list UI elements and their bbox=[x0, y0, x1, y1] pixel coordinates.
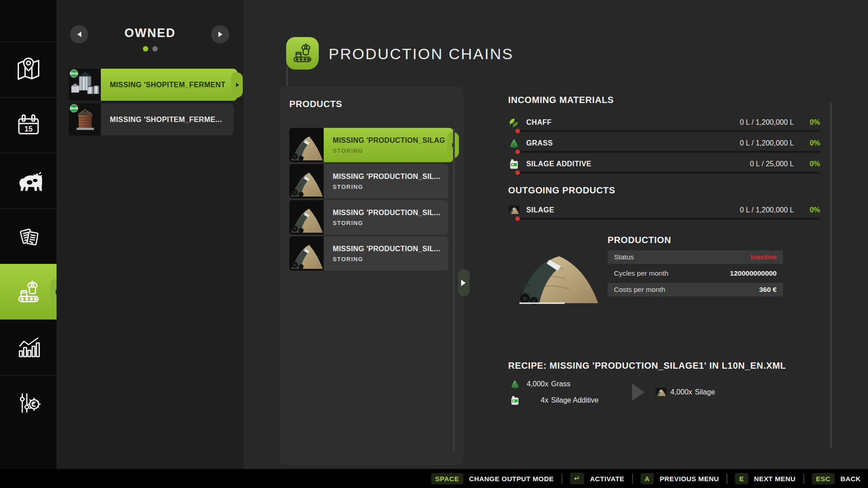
product-item-silage-2[interactable]: MISSING 'PRODUCTION_SIL... STORING bbox=[289, 164, 439, 198]
divider bbox=[726, 474, 727, 483]
grass-icon bbox=[509, 379, 520, 389]
silage-additive-icon bbox=[508, 158, 520, 170]
owned-panel-title: OWNED bbox=[57, 26, 244, 40]
detail-scrollbar[interactable] bbox=[830, 103, 832, 449]
production-chains-icon-badge bbox=[286, 37, 319, 70]
recipe-ingredient-name: Grass bbox=[551, 380, 571, 388]
sidebar-item-contracts[interactable] bbox=[0, 208, 57, 264]
product-item-silage-3[interactable]: MISSING 'PRODUCTION_SIL... STORING bbox=[289, 200, 439, 235]
page-dot-active[interactable] bbox=[143, 46, 148, 52]
hotkey-label: CHANGE OUTPUT MODE bbox=[469, 475, 554, 483]
material-row-silage-additive: SILAGE ADDITIVE 0 L / 25,000 L 0% bbox=[508, 157, 820, 171]
material-percent: 0% bbox=[794, 160, 820, 168]
hotkey-label: NEXT MENU bbox=[754, 475, 796, 483]
material-fill-bar bbox=[515, 172, 820, 174]
silage-icon bbox=[655, 386, 667, 398]
material-name: SILAGE ADDITIVE bbox=[526, 160, 591, 168]
material-name: GRASS bbox=[526, 139, 553, 147]
hotkey-activate[interactable]: ↵ ACTIVATE bbox=[570, 473, 624, 484]
recipe-ingredient-name: Silage bbox=[695, 388, 715, 396]
cycles-value: 120000000000 bbox=[730, 269, 777, 277]
product-item-label: MISSING 'PRODUCTION_SILAG STORING bbox=[324, 128, 453, 162]
products-scrollbar[interactable] bbox=[453, 128, 455, 451]
product-item-title: MISSING 'PRODUCTION_SIL... bbox=[333, 173, 440, 181]
page-indicator bbox=[57, 46, 244, 52]
item-arrow-icon bbox=[236, 83, 239, 87]
sidebar-item-finances[interactable] bbox=[0, 375, 57, 431]
production-section-title: PRODUCTION bbox=[608, 235, 671, 245]
product-item-title: MISSING 'PRODUCTION_SIL... bbox=[333, 209, 440, 217]
production-row-label: Cycles per month bbox=[614, 269, 669, 277]
production-row-status: Status Inactive bbox=[608, 250, 783, 264]
production-row-label: Status bbox=[614, 253, 634, 261]
product-thumbnail bbox=[289, 128, 324, 162]
silage-icon bbox=[508, 204, 520, 216]
sidebar-item-map[interactable] bbox=[0, 42, 57, 97]
sidebar-item-animals[interactable] bbox=[0, 153, 57, 208]
detail-panel-expand-tab[interactable] bbox=[458, 269, 470, 296]
product-item-label: MISSING 'PRODUCTION_SIL... STORING bbox=[324, 200, 448, 235]
material-row-silage: SILAGE 0 L / 1,200,000 L 0% bbox=[508, 203, 820, 217]
production-icon bbox=[291, 42, 314, 65]
hotkey-label: BACK bbox=[840, 475, 861, 483]
divider bbox=[632, 474, 633, 483]
owned-item-fermenting-silo[interactable]: Mods MISSING 'SHOPITEM_FERME... bbox=[69, 103, 219, 136]
material-fill-bar bbox=[515, 151, 820, 153]
owned-panel: OWNED Mo bbox=[57, 0, 244, 470]
sidebar-item-production[interactable] bbox=[0, 264, 57, 319]
costs-value: 360 € bbox=[759, 286, 777, 294]
outgoing-products-title: OUTGOING PRODUCTS bbox=[508, 185, 615, 196]
recipe-title: RECIPE: MISSING 'PRODUCTION_SILAGE1' IN … bbox=[508, 361, 786, 371]
hotkey-change-output-mode[interactable]: SPACE CHANGE OUTPUT MODE bbox=[431, 473, 554, 484]
status-value: Inactive bbox=[750, 253, 777, 261]
page-title: PRODUCTION CHAINS bbox=[329, 45, 514, 63]
product-item-status: STORING bbox=[333, 183, 440, 190]
silage-additive-icon bbox=[509, 395, 520, 406]
production-row-costs: Costs per month 360 € bbox=[608, 283, 783, 296]
products-panel-title: PRODUCTS bbox=[289, 99, 342, 109]
hotkey-back[interactable]: ESC BACK bbox=[812, 473, 861, 484]
material-percent: 0% bbox=[794, 206, 820, 214]
recipe-ingredient-name: Silage Additive bbox=[551, 396, 599, 404]
material-name: SILAGE bbox=[526, 206, 554, 214]
hotkey-next-menu[interactable]: E NEXT MENU bbox=[735, 473, 795, 484]
product-item-label: MISSING 'PRODUCTION_SIL... STORING bbox=[324, 164, 448, 198]
chevron-right-icon bbox=[461, 280, 466, 286]
sidebar-item-calendar[interactable]: 15 bbox=[0, 97, 57, 153]
owned-item-fermenting-silos[interactable]: Mods MISSING 'SHOPITEM_FERMENT bbox=[69, 69, 219, 101]
recipe-qty: 4,000x bbox=[520, 380, 548, 388]
divider bbox=[803, 474, 804, 483]
material-percent: 0% bbox=[794, 139, 820, 147]
owned-item-thumbnail: Mods bbox=[69, 69, 101, 101]
material-amount: 0 L / 25,000 L bbox=[750, 160, 794, 168]
space-key: SPACE bbox=[431, 473, 463, 484]
material-row-chaff: CHAFF 0 L / 1,200,000 L 0% bbox=[508, 116, 820, 129]
owned-item-thumbnail: Mods bbox=[69, 103, 101, 136]
recipe-input-silage-additive: 4x Silage Additive bbox=[509, 395, 599, 406]
owned-item-label: MISSING 'SHOPITEM_FERME... bbox=[101, 103, 234, 136]
production-icon bbox=[15, 278, 42, 305]
incoming-materials-title: INCOMING MATERIALS bbox=[508, 95, 614, 105]
material-percent: 0% bbox=[794, 118, 820, 127]
material-amount: 0 L / 1,200,000 L bbox=[740, 206, 794, 214]
material-name: CHAFF bbox=[526, 118, 552, 127]
esc-key: ESC bbox=[812, 473, 835, 484]
products-panel: PRODUCTS MISSING 'PRODUCTION_SILAG STORI… bbox=[279, 86, 464, 465]
page-dot[interactable] bbox=[152, 46, 158, 52]
hotkey-label: ACTIVATE bbox=[590, 475, 624, 483]
finances-icon bbox=[15, 389, 42, 417]
calendar-icon: 15 bbox=[15, 112, 42, 139]
product-item-silage-4[interactable]: MISSING 'PRODUCTION_SIL... STORING bbox=[289, 236, 439, 271]
hotkey-previous-menu[interactable]: A PREVIOUS MENU bbox=[641, 473, 719, 484]
e-key: E bbox=[735, 473, 748, 484]
statistics-icon bbox=[15, 334, 42, 361]
product-item-silage-1[interactable]: MISSING 'PRODUCTION_SILAG STORING bbox=[289, 128, 439, 162]
cow-icon bbox=[15, 167, 42, 194]
material-fill-bar bbox=[515, 130, 820, 132]
sidebar-item-statistics[interactable] bbox=[0, 319, 57, 375]
a-key: A bbox=[641, 473, 654, 484]
product-item-status: STORING bbox=[333, 147, 445, 154]
divider bbox=[561, 474, 562, 483]
recipe-output-silage: 4,000x Silage bbox=[655, 386, 715, 398]
owned-item-title: MISSING 'SHOPITEM_FERME... bbox=[110, 116, 222, 124]
